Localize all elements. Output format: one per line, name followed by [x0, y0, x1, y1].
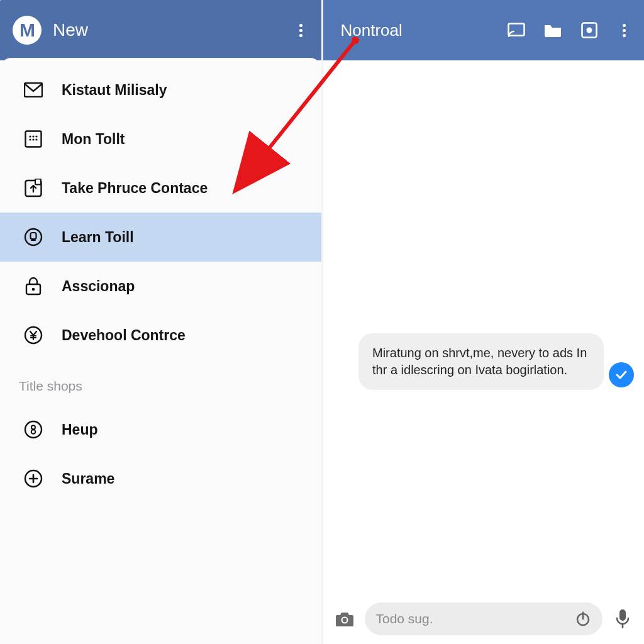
svg-point-3	[32, 135, 34, 137]
menu-item-surame[interactable]: Surame	[0, 454, 321, 503]
svg-rect-11	[31, 233, 36, 239]
right-header: Nontroal	[323, 0, 645, 60]
mic-icon[interactable]	[611, 608, 634, 630]
menu-item-kistaut[interactable]: Kistaut Milisaly	[0, 65, 321, 114]
message-input[interactable]	[376, 611, 569, 626]
upload-card-icon	[24, 179, 43, 197]
menu-label: Heup	[62, 421, 98, 438]
menu-item-montollt[interactable]: Mon Tollt	[0, 114, 321, 164]
grid-square-icon	[24, 130, 43, 148]
left-title: New	[53, 20, 294, 40]
menu-label: Learn Toill	[62, 229, 134, 246]
image-square-icon[interactable]	[580, 21, 599, 40]
svg-rect-19	[509, 24, 525, 36]
svg-point-13	[32, 288, 35, 291]
plus-circle-icon	[24, 469, 43, 488]
menu-label: Mon Tollt	[62, 131, 125, 148]
outgoing-message-row: Miratung on shrvt,me, nevery to ads In t…	[358, 333, 634, 390]
svg-point-17	[31, 430, 36, 434]
section-label: Title shops	[0, 360, 321, 405]
svg-point-16	[31, 426, 35, 430]
svg-point-7	[35, 138, 37, 140]
left-pane: M New Kistaut Milisaly	[0, 0, 323, 644]
menu-item-devehool[interactable]: Devehool Contrce	[0, 311, 321, 360]
svg-point-10	[25, 229, 42, 245]
menu-label: Asscionap	[62, 278, 135, 295]
power-icon[interactable]	[575, 611, 591, 627]
yen-circle-icon	[24, 326, 43, 345]
app-logo[interactable]: M	[13, 16, 42, 45]
svg-point-23	[342, 618, 347, 623]
camera-icon[interactable]	[333, 608, 356, 630]
svg-point-5	[29, 138, 31, 140]
more-vertical-icon[interactable]	[616, 23, 631, 38]
svg-rect-9	[35, 179, 41, 185]
message-bubble[interactable]: Miratung on shrvt,me, nevery to ads In t…	[358, 333, 604, 390]
menu-label: Take Phruce Contace	[62, 180, 208, 197]
svg-rect-25	[619, 609, 626, 621]
sent-check-icon	[609, 362, 634, 387]
right-title: Nontroal	[341, 21, 508, 40]
coin-icon	[24, 228, 43, 247]
menu-label: Devehool Contrce	[62, 327, 186, 344]
folder-icon[interactable]	[543, 21, 562, 40]
header-action-icons	[507, 21, 631, 40]
left-header: M New	[0, 0, 321, 60]
svg-point-21	[587, 28, 592, 33]
svg-point-4	[35, 135, 37, 137]
menu-label: Surame	[62, 470, 114, 487]
more-vertical-icon[interactable]	[294, 23, 309, 38]
number-eight-icon	[24, 420, 43, 439]
message-input-bar	[323, 594, 645, 644]
lock-icon	[24, 277, 43, 296]
svg-point-2	[29, 135, 31, 137]
right-pane: Nontroal	[323, 0, 645, 644]
menu-item-asscionap[interactable]: Asscionap	[0, 262, 321, 311]
logo-letter: M	[19, 19, 35, 41]
svg-point-6	[32, 138, 34, 140]
menu-item-take-phruce[interactable]: Take Phruce Contace	[0, 164, 321, 213]
conversation-area[interactable]: Miratung on shrvt,me, nevery to ads In t…	[323, 60, 645, 594]
message-input-field[interactable]	[365, 602, 603, 635]
menu-item-learn-toill[interactable]: Learn Toill	[0, 213, 321, 262]
left-body: Kistaut Milisaly Mon Tollt	[0, 58, 321, 644]
menu-label: Kistaut Milisaly	[62, 82, 167, 99]
envelope-icon	[24, 80, 43, 99]
cast-screen-icon[interactable]	[507, 21, 526, 40]
menu-item-heup[interactable]: Heup	[0, 405, 321, 454]
